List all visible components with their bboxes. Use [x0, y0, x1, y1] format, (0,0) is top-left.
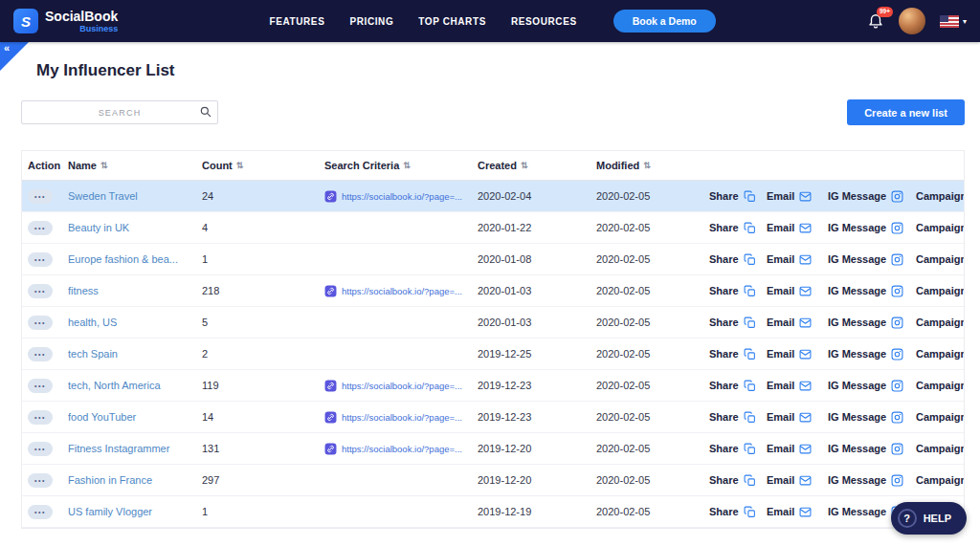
language-selector[interactable]: ▾: [940, 15, 967, 28]
email-button[interactable]: Email: [767, 380, 812, 392]
campaign-button[interactable]: Campaign: [916, 253, 964, 266]
row-action-label: IG Message: [828, 443, 886, 454]
created-date: 2020-01-08: [472, 253, 590, 265]
row-action-label: Share: [709, 222, 739, 233]
row-menu-button[interactable]: •••: [28, 410, 53, 425]
email-button[interactable]: Email: [767, 285, 812, 297]
ig-message-button[interactable]: IG Message: [828, 285, 903, 297]
brand-name: SocialBook: [45, 9, 118, 24]
share-icon: [744, 285, 756, 297]
book-a-demo-button[interactable]: Book a Demo: [613, 10, 716, 33]
campaign-button[interactable]: Campaign: [916, 190, 964, 203]
share-button[interactable]: Share: [709, 380, 756, 392]
campaign-button[interactable]: Campaign: [916, 222, 964, 234]
share-button[interactable]: Share: [709, 222, 756, 234]
email-button[interactable]: Email: [767, 474, 812, 487]
list-name-link[interactable]: US family Vlogger: [68, 506, 152, 517]
email-button[interactable]: Email: [767, 317, 812, 329]
row-menu-button[interactable]: •••: [28, 316, 53, 330]
nav-link-pricing[interactable]: PRICING: [349, 16, 393, 27]
ig-message-button[interactable]: IG Message: [828, 411, 903, 424]
campaign-button[interactable]: Campaign: [916, 474, 964, 487]
ig-message-button[interactable]: IG Message: [828, 348, 903, 360]
column-header-modified[interactable]: Modified⇅: [590, 160, 703, 171]
campaign-button[interactable]: Campaign: [916, 317, 964, 329]
campaign-button[interactable]: Campaign: [916, 443, 964, 455]
list-name-link[interactable]: Beauty in UK: [68, 222, 129, 233]
email-button[interactable]: Email: [767, 190, 812, 203]
ig-message-button[interactable]: IG Message: [828, 253, 903, 266]
search-criteria-link[interactable]: https://socialbook.io/?page=...: [342, 191, 462, 202]
list-name-link[interactable]: Fitness Instagrammer: [68, 443, 169, 454]
list-name-link[interactable]: Sweden Travel: [68, 190, 138, 202]
row-menu-button[interactable]: •••: [28, 252, 53, 267]
share-button[interactable]: Share: [709, 411, 756, 424]
ig-message-button[interactable]: IG Message: [828, 474, 903, 487]
email-button[interactable]: Email: [767, 348, 812, 360]
ig-message-button[interactable]: IG Message: [828, 443, 903, 455]
share-button[interactable]: Share: [709, 253, 756, 266]
modified-date: 2020-02-05: [590, 411, 703, 423]
search-input[interactable]: [21, 100, 218, 124]
list-name-link[interactable]: fitness: [68, 285, 99, 296]
list-name-link[interactable]: tech Spain: [68, 348, 118, 360]
help-button[interactable]: ? HELP: [891, 502, 967, 535]
share-icon: [744, 411, 756, 424]
user-avatar[interactable]: [899, 8, 925, 34]
share-icon: [744, 317, 756, 329]
row-menu-button[interactable]: •••: [28, 284, 53, 298]
share-button[interactable]: Share: [709, 317, 756, 329]
ig-message-button[interactable]: IG Message: [828, 190, 903, 203]
create-new-list-button[interactable]: Create a new list: [847, 99, 965, 125]
sort-icon: ⇅: [236, 161, 244, 170]
share-button[interactable]: Share: [709, 348, 756, 360]
nav-link-features[interactable]: FEATURES: [269, 16, 324, 27]
campaign-button[interactable]: Campaign: [916, 285, 964, 297]
email-button[interactable]: Email: [767, 506, 812, 518]
campaign-button[interactable]: Campaign: [916, 348, 964, 360]
list-name-link[interactable]: Fashion in France: [68, 474, 152, 486]
share-button[interactable]: Share: [709, 190, 756, 203]
list-name-link[interactable]: health, US: [68, 317, 117, 328]
created-date: 2019-12-20: [472, 474, 590, 486]
row-menu-button[interactable]: •••: [28, 505, 53, 519]
row-menu-button[interactable]: •••: [28, 347, 53, 361]
table-row: •••Europe fashion & bea...12020-01-08202…: [22, 244, 964, 275]
share-button[interactable]: Share: [709, 443, 756, 455]
search-criteria-link[interactable]: https://socialbook.io/?page=...: [342, 381, 462, 391]
row-menu-button[interactable]: •••: [28, 189, 53, 204]
row-menu-button[interactable]: •••: [28, 442, 53, 456]
column-header-count[interactable]: Count⇅: [196, 160, 319, 171]
list-name-link[interactable]: food YouTuber: [68, 411, 136, 423]
share-button[interactable]: Share: [709, 285, 756, 297]
column-header-name[interactable]: Name⇅: [62, 160, 196, 171]
ig-message-button[interactable]: IG Message: [828, 317, 903, 329]
email-button[interactable]: Email: [767, 443, 812, 455]
email-icon: [799, 474, 812, 487]
search-criteria-link[interactable]: https://socialbook.io/?page=...: [342, 412, 462, 423]
email-button[interactable]: Email: [767, 411, 812, 424]
search-criteria-link[interactable]: https://socialbook.io/?page=...: [342, 444, 462, 454]
ig-message-button[interactable]: IG Message: [828, 380, 903, 392]
column-header-search-criteria[interactable]: Search Criteria⇅: [319, 160, 472, 171]
share-button[interactable]: Share: [709, 474, 756, 487]
search-criteria-link[interactable]: https://socialbook.io/?page=...: [342, 286, 462, 296]
row-menu-button[interactable]: •••: [28, 379, 53, 393]
column-header-created[interactable]: Created⇅: [472, 160, 590, 171]
nav-link-top-charts[interactable]: TOP CHARTS: [418, 16, 486, 27]
email-button[interactable]: Email: [767, 222, 812, 234]
notifications-button[interactable]: 99+: [867, 11, 884, 31]
campaign-button[interactable]: Campaign: [916, 411, 964, 424]
list-name-link[interactable]: tech, North America: [68, 380, 161, 391]
socialbook-brand[interactable]: S SocialBook Business: [13, 9, 118, 33]
list-name-link[interactable]: Europe fashion & bea...: [68, 253, 178, 265]
row-menu-button[interactable]: •••: [28, 473, 53, 488]
email-icon: [799, 506, 812, 518]
nav-link-resources[interactable]: RESOURCES: [511, 16, 577, 27]
share-button[interactable]: Share: [709, 506, 756, 518]
campaign-button[interactable]: Campaign: [916, 380, 964, 392]
row-menu-button[interactable]: •••: [28, 221, 53, 235]
ig-message-icon: [891, 285, 903, 297]
ig-message-button[interactable]: IG Message: [828, 222, 903, 234]
email-button[interactable]: Email: [767, 253, 812, 266]
